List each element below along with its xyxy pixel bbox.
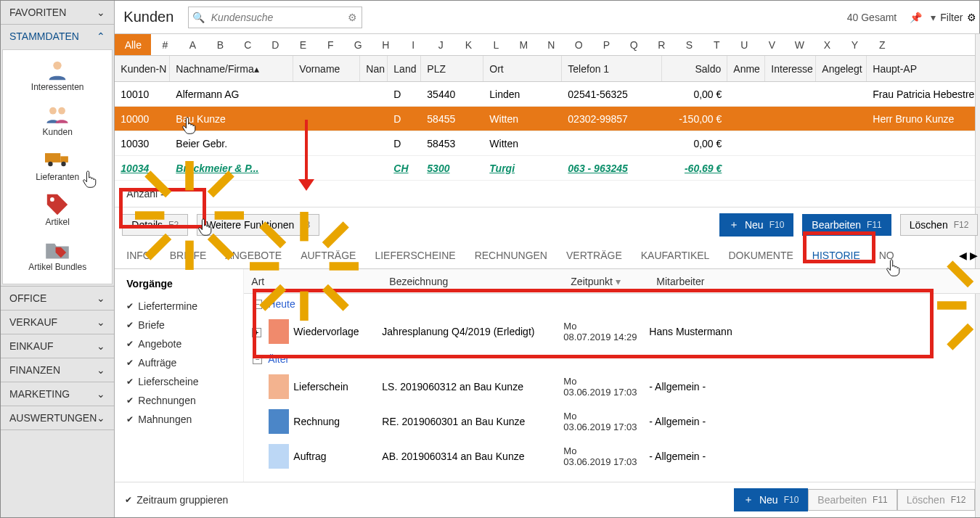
hcol-mitarbeiter[interactable]: Mitarbeiter [649, 276, 980, 287]
alpha-Q[interactable]: Q [620, 34, 648, 55]
alpha-R[interactable]: R [648, 34, 675, 55]
col-nachname[interactable]: Nachname/Firma ▴ [170, 56, 293, 81]
bearbeiten-button[interactable]: BearbeitenF11 [802, 214, 891, 236]
hcol-art[interactable]: Art [244, 276, 382, 287]
nav-item-artikel[interactable]: Artikel [3, 189, 112, 234]
history-row[interactable]: LieferscheinLS. 2019060312 an Bau KunzeM… [244, 369, 980, 404]
table-row[interactable]: 10000Bau KunzeD58455Witten02302-99857-15… [115, 107, 980, 131]
footer-loeschen-button[interactable]: LöschenF12 [897, 489, 976, 511]
filter-rechnungen[interactable]: Rechnungen [126, 391, 232, 410]
alpha-M[interactable]: M [510, 34, 537, 55]
alpha-C[interactable]: C [234, 34, 261, 55]
col-vorname[interactable]: Vorname [293, 56, 360, 81]
alpha-P[interactable]: P [592, 34, 620, 55]
search-icon[interactable]: 🔍 [189, 12, 208, 23]
alpha-B[interactable]: B [206, 34, 234, 55]
collapse-icon[interactable]: − [253, 355, 262, 364]
tab-angebote[interactable]: ANGEBOTE [225, 250, 282, 261]
collapse-icon[interactable]: − [253, 300, 262, 309]
footer-bearbeiten-button[interactable]: BearbeitenF11 [808, 489, 897, 511]
tab-aufträge[interactable]: AUFTRÄGE [301, 250, 356, 261]
col-saldo[interactable]: Saldo [662, 56, 727, 81]
alpha-all[interactable]: Alle [115, 34, 151, 55]
alpha-F[interactable]: F [317, 34, 344, 55]
tab-briefe[interactable]: BRIEFE [170, 250, 207, 261]
nav-favoriten[interactable]: FAVORITEN ⌄ [1, 1, 114, 24]
pin-icon[interactable]: 📌 [910, 12, 922, 23]
alpha-I[interactable]: I [399, 34, 427, 55]
col-plz[interactable]: PLZ [421, 56, 483, 81]
alpha-S[interactable]: S [675, 34, 703, 55]
filter-mahnungen[interactable]: Mahnungen [126, 410, 232, 429]
tab-verträge[interactable]: VERTRÄGE [566, 250, 622, 261]
hcol-bezeichnung[interactable]: Bezeichnung [382, 276, 563, 287]
alpha-O[interactable]: O [565, 34, 592, 55]
neu-button[interactable]: ＋NeuF10 [719, 213, 793, 237]
filter-liefertermine[interactable]: Liefertermine [126, 297, 232, 316]
group-heute[interactable]: −Heute [244, 294, 980, 314]
col-telefon[interactable]: Telefon 1 [562, 56, 662, 81]
history-row[interactable]: RechnungRE. 2019060301 an Bau KunzeMo03.… [244, 404, 980, 439]
alpha-L[interactable]: L [482, 34, 510, 55]
nav-item-lieferanten[interactable]: Lieferanten [3, 144, 112, 189]
nav-item-interessenten[interactable]: Interessenten [3, 54, 112, 99]
col-angelegt[interactable]: Angelegt [816, 56, 867, 81]
tab-historie[interactable]: HISTORIE [812, 250, 860, 261]
filter-angebote[interactable]: Angebote [126, 334, 232, 353]
search-settings-icon[interactable]: ⚙ [343, 12, 362, 23]
filter-label[interactable]: Filter [940, 12, 963, 23]
col-ort[interactable]: Ort [483, 56, 562, 81]
col-haupt-ap[interactable]: Haupt-AP [867, 56, 980, 81]
alpha-E[interactable]: E [289, 34, 317, 55]
alpha-X[interactable]: X [813, 34, 841, 55]
tab-lieferscheine[interactable]: LIEFERSCHEINE [375, 250, 455, 261]
nav-office[interactable]: OFFICE⌄ [1, 287, 114, 310]
col-nan[interactable]: Nan [360, 56, 388, 81]
filter-lieferscheine[interactable]: Lieferscheine [126, 372, 232, 391]
tab-kaufartikel[interactable]: KAUFARTIKEL [641, 250, 710, 261]
alpha-V[interactable]: V [758, 34, 785, 55]
caret-down-icon[interactable]: ▾ [931, 12, 936, 23]
history-row[interactable]: +WiedervorlageJahresplanung Q4/2019 (Erl… [244, 314, 980, 349]
col-anme[interactable]: Anme [727, 56, 765, 81]
alpha-H[interactable]: H [372, 34, 399, 55]
alpha-W[interactable]: W [785, 34, 813, 55]
alpha-J[interactable]: J [427, 34, 454, 55]
nav-finanzen[interactable]: FINANZEN⌄ [1, 358, 114, 382]
alpha-K[interactable]: K [454, 34, 482, 55]
tab-info[interactable]: INFO [126, 250, 150, 261]
tab-dokumente[interactable]: DOKUMENTE [728, 250, 793, 261]
tab-rechnungen[interactable]: RECHNUNGEN [475, 250, 547, 261]
table-row[interactable]: 10010Alfermann AGD35440Linden02541-56325… [115, 82, 980, 107]
filter-briefe[interactable]: Briefe [126, 316, 232, 334]
zeitraum-gruppieren-checkbox[interactable]: Zeitraum gruppieren [125, 490, 228, 509]
alpha-D[interactable]: D [261, 34, 289, 55]
table-row[interactable]: 10030Beier Gebr.D58453Witten0,00 € [115, 131, 980, 156]
nav-stammdaten[interactable]: STAMMDATEN ⌃ [1, 25, 114, 48]
tab-no[interactable]: NO [879, 250, 894, 261]
footer-neu-button[interactable]: ＋NeuF10 [734, 488, 808, 511]
alpha-T[interactable]: T [703, 34, 730, 55]
nav-verkauf[interactable]: VERKAUF⌄ [1, 311, 114, 334]
gear-icon[interactable]: ⚙ [967, 12, 976, 23]
loeschen-button[interactable]: LöschenF12 [900, 214, 979, 236]
nav-item-kunden[interactable]: Kunden [3, 99, 112, 144]
group-aelter[interactable]: −Älter [244, 349, 980, 369]
alpha-Y[interactable]: Y [841, 34, 868, 55]
col-kunden-nr[interactable]: Kunden-N [115, 56, 170, 81]
nav-auswertungen[interactable]: AUSWERTUNGEN⌄ [1, 406, 114, 429]
alpha-#[interactable]: # [151, 34, 179, 55]
col-interesse[interactable]: Interesse [765, 56, 816, 81]
weitere-funktionen-button[interactable]: Weitere FunktionenF3 [197, 214, 319, 236]
nav-einkauf[interactable]: EINKAUF⌄ [1, 334, 114, 358]
history-row[interactable]: AuftragAB. 2019060314 an Bau KunzeMo03.0… [244, 439, 980, 474]
table-row[interactable]: 10034Bruckmeier & P...CH5300Turgi063 - 9… [115, 156, 980, 181]
tab-prev-icon[interactable]: ◀ [959, 250, 967, 261]
nav-item-artikel-bundles[interactable]: Artikel Bundles [3, 234, 112, 279]
col-land[interactable]: Land [388, 56, 421, 81]
tab-next-icon[interactable]: ▶ [970, 250, 978, 261]
filter-aufträge[interactable]: Aufträge [126, 353, 232, 372]
details-button[interactable]: DetailsF2 [122, 214, 188, 236]
search-input[interactable] [208, 9, 343, 26]
alpha-G[interactable]: G [344, 34, 372, 55]
